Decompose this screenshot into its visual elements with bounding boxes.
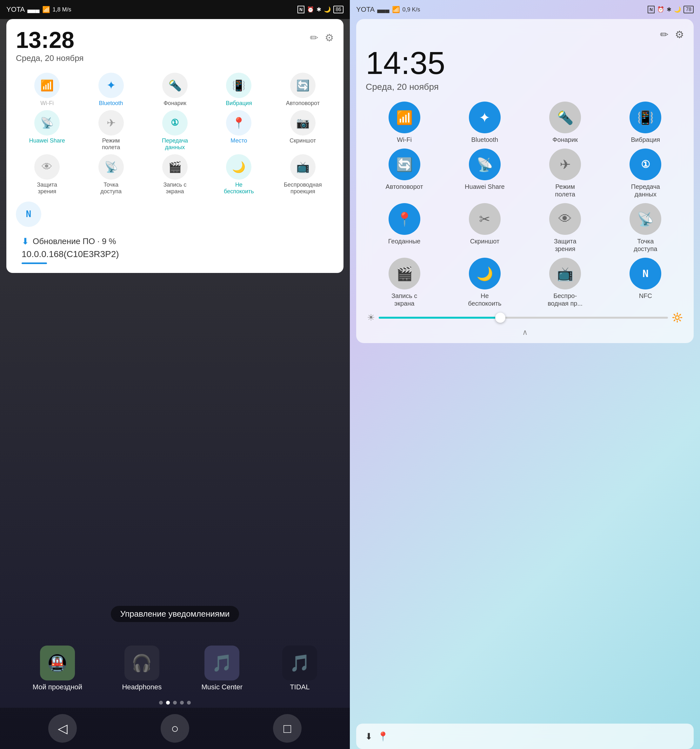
tile-nfc-icon-right: N <box>630 258 661 289</box>
tile-dnd-icon-right: 🌙 <box>469 258 501 289</box>
tile-wifi-left[interactable]: 📶 Wi-Fi <box>16 73 78 107</box>
tile-dnd-icon-left: 🌙 <box>226 154 251 180</box>
tile-bt-icon-right: ✦ <box>469 102 501 133</box>
manage-notifications[interactable]: Управление уведомлениями <box>0 606 350 622</box>
tile-proj-icon-left: 📺 <box>290 154 316 180</box>
tile-flash-right[interactable]: 🔦 Фонарик <box>527 102 604 144</box>
tile-rec-right[interactable]: 🎬 Запись сэкрана <box>366 258 443 307</box>
tile-bt-left[interactable]: ✦ Bluetooth <box>80 73 142 107</box>
tile-hotspot-right[interactable]: 📡 Точкадоступа <box>607 203 684 253</box>
tile-plane-label-right: Режимполета <box>555 183 575 198</box>
qs-header-icons-left: ✏ ⚙ <box>310 32 334 44</box>
tile-hshare-right[interactable]: 📡 Huawei Share <box>446 148 523 198</box>
tile-rec-icon-left: 🎬 <box>162 154 188 180</box>
brightness-row-right: ☀ 🔆 <box>366 312 684 323</box>
recent-button-left[interactable]: □ <box>273 714 302 743</box>
tile-vib-left[interactable]: 📳 Вибрация <box>208 73 270 107</box>
tile-eye-right[interactable]: 👁 Защитазрения <box>527 203 604 253</box>
tile-nfc-icon-left: N <box>16 202 41 227</box>
signal-right: ▄▄▄ <box>377 6 389 13</box>
tile-vib-icon-right: 📳 <box>630 102 661 133</box>
tile-loc-left[interactable]: 📍 Место <box>208 110 270 151</box>
settings-icon-right[interactable]: ⚙ <box>675 29 684 41</box>
brightness-thumb-right[interactable] <box>495 313 505 323</box>
speed-left: 1,8 M/s <box>53 6 71 13</box>
wifi-right: 📶 <box>392 6 400 13</box>
tile-data-left[interactable]: ① Передачаданных <box>144 110 206 151</box>
bottom-download-icon-right: ⬇ <box>365 731 372 742</box>
dock-app-proezdnoj[interactable]: 🚇 Мой проездной <box>33 645 82 691</box>
tile-rec-label-right: Запись сэкрана <box>391 292 417 307</box>
settings-icon-left[interactable]: ⚙ <box>325 32 334 44</box>
back-button-left[interactable]: ◁ <box>48 714 77 743</box>
brightness-high-icon-right: 🔆 <box>672 312 683 323</box>
tile-nfc-label-right: NFC <box>639 292 652 300</box>
bottom-dock-left: 🚇 Мой проездной 🎧 Headphones 🎵 Music Cen… <box>0 639 350 749</box>
tile-flash-label-right: Фонарик <box>552 136 578 144</box>
tile-plane-right[interactable]: ✈ Режимполета <box>527 148 604 198</box>
tile-hotspot-label-left: Точкадоступа <box>100 182 122 195</box>
tile-wifi-right[interactable]: 📶 Wi-Fi <box>366 102 443 144</box>
time-date-left: 13:28 Среда, 20 ноября <box>16 29 83 63</box>
tile-eye-left[interactable]: 👁 Защитазрения <box>16 154 78 195</box>
tile-hshare-icon-left: 📡 <box>34 110 60 136</box>
tile-rot-left[interactable]: 🔄 Автоповорот <box>272 73 334 107</box>
tile-plane-left[interactable]: ✈ Режимполета <box>80 110 142 151</box>
tile-hshare-icon-right: 📡 <box>469 148 501 180</box>
tile-dnd-left[interactable]: 🌙 Небеспокоить <box>208 154 270 195</box>
moon-icon: 🌙 <box>324 6 331 13</box>
tile-bt-label-right: Bluetooth <box>472 136 498 144</box>
brightness-slider-right[interactable] <box>379 317 668 319</box>
left-panel: YOTA ▄▄▄ 📶 1,8 M/s N ⏰ ✱ 🌙 86 13:28 Сред… <box>0 0 350 749</box>
edit-icon-left[interactable]: ✏ <box>310 32 319 44</box>
tile-proj-right[interactable]: 📺 Беспро-водная пр... <box>527 258 604 307</box>
notif-progress-bar <box>21 263 47 264</box>
dock-app-tidal[interactable]: 🎵 TIDAL <box>282 645 317 691</box>
manage-notif-text: Управление уведомлениями <box>111 606 239 622</box>
tile-geo-right[interactable]: 📍 Геоданные <box>366 203 443 253</box>
tile-screen-left[interactable]: 📷 Скриншот <box>272 110 334 151</box>
tile-proj-label-right: Беспро-водная пр... <box>548 292 582 307</box>
tile-flash-left[interactable]: 🔦 Фонарик <box>144 73 206 107</box>
tile-bt-right[interactable]: ✦ Bluetooth <box>446 102 523 144</box>
tile-screen-icon-right: ✂ <box>469 203 501 235</box>
nfc-icon-status: N <box>297 6 305 13</box>
qs-header-left: 13:28 Среда, 20 ноября ✏ ⚙ <box>16 29 334 63</box>
tile-dnd-right[interactable]: 🌙 Небеспокоить <box>446 258 523 307</box>
dock-app-headphones-icon: 🎧 <box>124 645 159 680</box>
tile-plane-icon-left: ✈ <box>98 110 124 136</box>
wifi-left: 📶 <box>42 6 50 13</box>
collapse-arrow-right[interactable]: ∧ <box>366 328 684 337</box>
page-dots-left <box>0 698 350 708</box>
tile-hotspot-icon-left: 📡 <box>98 154 124 180</box>
signal-left: ▄▄▄ <box>27 6 39 13</box>
tile-rot-right[interactable]: 🔄 Автоповорот <box>366 148 443 198</box>
tile-hotspot-icon-right: 📡 <box>630 203 661 235</box>
tile-rec-left[interactable]: 🎬 Запись сэкрана <box>144 154 206 195</box>
tile-proj-left[interactable]: 📺 Беспроводнаяпроекция <box>272 154 334 195</box>
tile-plane-label-left: Режимполета <box>102 138 120 151</box>
tile-hshare-left[interactable]: 📡 Huawei Share <box>16 110 78 151</box>
tile-screen-label-right: Скриншот <box>470 237 499 245</box>
tile-dnd-label-left: Небеспокоить <box>224 182 254 195</box>
home-button-left[interactable]: ○ <box>161 714 189 743</box>
bt-icon-right: ✱ <box>667 6 671 13</box>
tile-wifi-icon-right: 📶 <box>389 102 420 133</box>
qs-tiles-right: 📶 Wi-Fi ✦ Bluetooth 🔦 Фонарик 📳 Вибрация… <box>366 102 684 307</box>
tile-screen-right[interactable]: ✂ Скриншот <box>446 203 523 253</box>
dock-app-proezdnoj-icon: 🚇 <box>40 645 75 680</box>
date-left: Среда, 20 ноября <box>16 54 83 63</box>
tile-data-right[interactable]: ① Передачаданных <box>607 148 684 198</box>
tile-data-label-left: Передачаданных <box>162 138 188 151</box>
tile-nfc-right[interactable]: N NFC <box>607 258 684 307</box>
tile-vib-right[interactable]: 📳 Вибрация <box>607 102 684 144</box>
tile-bt-icon-left: ✦ <box>98 73 124 98</box>
dock-app-headphones[interactable]: 🎧 Headphones <box>122 645 162 691</box>
tile-hotspot-left[interactable]: 📡 Точкадоступа <box>80 154 142 195</box>
qs-header-right: ✏ ⚙ <box>366 29 684 41</box>
dock-app-music-center[interactable]: 🎵 Music Center <box>201 645 242 691</box>
tile-rot-icon-left: 🔄 <box>290 73 316 98</box>
tile-eye-icon-right: 👁 <box>549 203 581 235</box>
edit-icon-right[interactable]: ✏ <box>660 29 669 41</box>
dock-app-tidal-icon: 🎵 <box>282 645 317 680</box>
